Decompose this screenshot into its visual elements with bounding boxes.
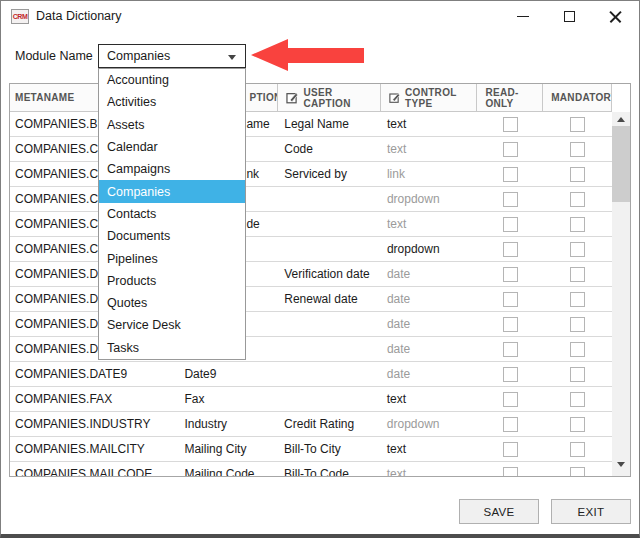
read-only-checkbox[interactable] (503, 392, 518, 407)
read-only-checkbox[interactable] (503, 342, 518, 357)
user-caption-cell[interactable] (278, 237, 381, 261)
read-only-cell (478, 137, 544, 161)
table-row: COMPANIES.FAXFaxtext (10, 387, 612, 412)
mandatory-checkbox[interactable] (570, 442, 585, 457)
control-type-cell[interactable]: text (381, 437, 478, 461)
column-header[interactable]: CONTROL TYPE (381, 84, 478, 111)
mandatory-cell (543, 337, 612, 361)
module-option-service-desk[interactable]: Service Desk (99, 314, 245, 336)
mandatory-checkbox[interactable] (570, 417, 585, 432)
mandatory-checkbox[interactable] (570, 192, 585, 207)
control-type-cell[interactable]: date (381, 312, 478, 336)
mandatory-checkbox[interactable] (570, 467, 585, 478)
maximize-button[interactable] (546, 1, 592, 32)
read-only-checkbox[interactable] (503, 267, 518, 282)
control-type-cell[interactable]: text (381, 212, 478, 236)
user-caption-cell[interactable] (278, 362, 381, 386)
module-option-activities[interactable]: Activities (99, 91, 245, 113)
exit-button[interactable]: EXIT (551, 499, 631, 524)
scrollbar-thumb[interactable] (612, 126, 630, 202)
user-caption-cell[interactable]: Verification date (278, 262, 381, 286)
module-dropdown[interactable]: Companies (98, 44, 246, 68)
column-header[interactable]: MANDATORY (543, 84, 612, 111)
read-only-checkbox[interactable] (503, 242, 518, 257)
table-row: COMPANIES.DATE9Date9date (10, 362, 612, 387)
control-type-cell[interactable]: text (381, 137, 478, 161)
control-type-cell[interactable]: text (381, 462, 478, 477)
read-only-checkbox[interactable] (503, 417, 518, 432)
user-caption-cell[interactable] (278, 387, 381, 411)
mandatory-checkbox[interactable] (570, 317, 585, 332)
control-type-cell[interactable]: date (381, 362, 478, 386)
control-type-cell[interactable]: date (381, 287, 478, 311)
mandatory-checkbox[interactable] (570, 167, 585, 182)
control-type-cell[interactable]: dropdown (381, 187, 478, 211)
module-option-calendar[interactable]: Calendar (99, 136, 245, 158)
control-type-cell[interactable]: link (381, 162, 478, 186)
module-option-contacts[interactable]: Contacts (99, 203, 245, 225)
module-option-documents[interactable]: Documents (99, 225, 245, 247)
control-type-cell[interactable]: dropdown (381, 412, 478, 436)
mandatory-checkbox[interactable] (570, 217, 585, 232)
control-type-cell[interactable]: text (381, 387, 478, 411)
module-options-list: AccountingActivitiesAssetsCalendarCampai… (98, 68, 246, 360)
close-button[interactable] (592, 1, 638, 32)
user-caption-cell[interactable]: Code (278, 137, 381, 161)
mandatory-checkbox[interactable] (570, 117, 585, 132)
module-option-accounting[interactable]: Accounting (99, 69, 245, 91)
read-only-checkbox[interactable] (503, 167, 518, 182)
user-caption-cell[interactable] (278, 337, 381, 361)
mandatory-cell (543, 412, 612, 436)
module-option-tasks[interactable]: Tasks (99, 337, 245, 359)
module-option-campaigns[interactable]: Campaigns (99, 158, 245, 180)
read-only-checkbox[interactable] (503, 292, 518, 307)
read-only-checkbox[interactable] (503, 142, 518, 157)
user-caption-cell[interactable]: Serviced by (278, 162, 381, 186)
read-only-cell (478, 262, 544, 286)
column-header[interactable]: READ-ONLY (477, 84, 543, 111)
control-type-cell[interactable]: date (381, 337, 478, 361)
module-option-products[interactable]: Products (99, 270, 245, 292)
control-type-cell[interactable]: dropdown (381, 237, 478, 261)
save-button[interactable]: SAVE (459, 499, 539, 524)
scroll-up-icon[interactable] (617, 117, 625, 122)
user-caption-cell[interactable]: Bill-To Code (278, 462, 381, 477)
user-caption-cell[interactable]: Bill-To City (278, 437, 381, 461)
module-option-companies[interactable]: Companies (99, 180, 245, 202)
mandatory-checkbox[interactable] (570, 292, 585, 307)
read-only-checkbox[interactable] (503, 192, 518, 207)
read-only-checkbox[interactable] (503, 117, 518, 132)
scroll-down-icon[interactable] (617, 462, 625, 467)
user-caption-cell[interactable]: Legal Name (278, 112, 381, 136)
control-type-cell[interactable]: date (381, 262, 478, 286)
mandatory-checkbox[interactable] (570, 342, 585, 357)
mandatory-checkbox[interactable] (570, 142, 585, 157)
minimize-button[interactable] (500, 1, 546, 32)
user-caption-cell[interactable]: Credit Rating (278, 412, 381, 436)
read-only-checkbox[interactable] (503, 467, 518, 478)
chevron-down-icon (228, 55, 236, 60)
module-option-pipelines[interactable]: Pipelines (99, 247, 245, 269)
module-dropdown-value: Companies (107, 49, 170, 63)
module-option-assets[interactable]: Assets (99, 114, 245, 136)
read-only-checkbox[interactable] (503, 367, 518, 382)
read-only-checkbox[interactable] (503, 317, 518, 332)
read-only-cell (478, 162, 544, 186)
column-header[interactable]: USER CAPTION (278, 84, 381, 111)
app-icon: CRM (11, 9, 29, 24)
read-only-checkbox[interactable] (503, 442, 518, 457)
mandatory-checkbox[interactable] (570, 267, 585, 282)
metaname-cell: COMPANIES.MAILCODE (10, 462, 176, 477)
read-only-checkbox[interactable] (503, 217, 518, 232)
user-caption-cell[interactable] (278, 212, 381, 236)
user-caption-cell[interactable] (278, 312, 381, 336)
mandatory-checkbox[interactable] (570, 367, 585, 382)
user-caption-cell[interactable]: Renewal date (278, 287, 381, 311)
read-only-cell (478, 112, 544, 136)
vertical-scrollbar[interactable] (612, 112, 630, 476)
control-type-cell[interactable]: text (381, 112, 478, 136)
module-option-quotes[interactable]: Quotes (99, 292, 245, 314)
mandatory-checkbox[interactable] (570, 392, 585, 407)
user-caption-cell[interactable] (278, 187, 381, 211)
mandatory-checkbox[interactable] (570, 242, 585, 257)
